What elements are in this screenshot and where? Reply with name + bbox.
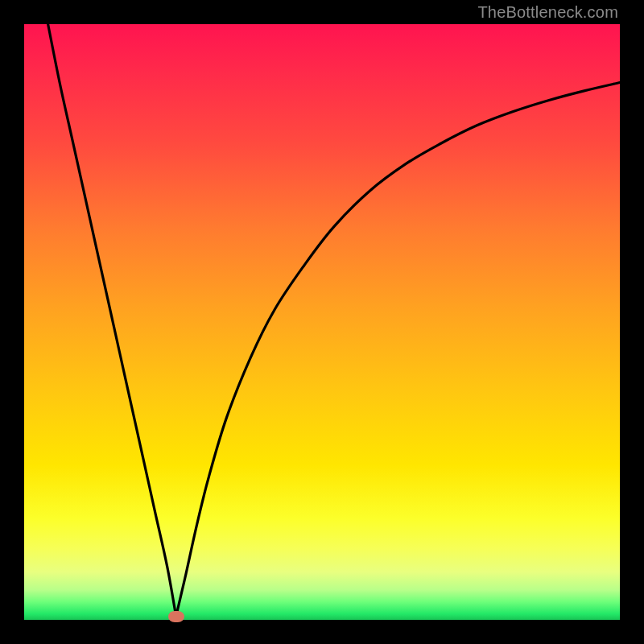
chart-frame: TheBottleneck.com	[0, 0, 644, 644]
curve-right-branch	[176, 83, 620, 617]
bottleneck-curve	[24, 24, 620, 620]
curve-left-branch	[48, 24, 176, 617]
plot-area	[24, 24, 620, 620]
optimum-marker	[168, 611, 184, 622]
watermark-text: TheBottleneck.com	[477, 3, 618, 22]
